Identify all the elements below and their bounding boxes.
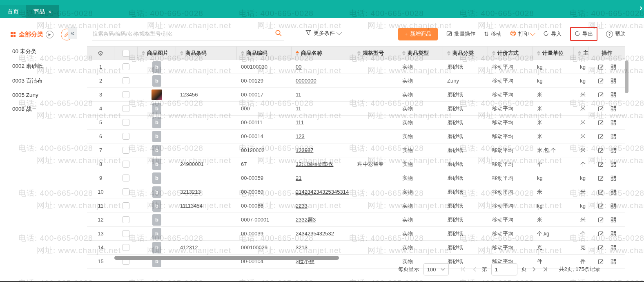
edit-row-icon[interactable] (598, 231, 604, 237)
tab-close-icon[interactable]: × (48, 9, 51, 15)
column-header-spec[interactable]: 规格型号 (353, 47, 398, 60)
edit-row-icon[interactable] (598, 78, 604, 84)
more-filters-button[interactable]: 更多条件 (305, 29, 341, 37)
expand-categories-icon[interactable]: ▶ (46, 31, 53, 38)
last-page-button[interactable] (541, 266, 549, 272)
column-header-main[interactable]: 主 (574, 47, 589, 60)
product-name-link[interactable]: 3213 (296, 244, 308, 251)
column-header-pricing[interactable]: 计价方式 (488, 47, 533, 60)
more-actions-grid-icon[interactable] (611, 259, 616, 264)
tab-商品[interactable]: 商品× (26, 5, 59, 18)
column-header-type[interactable]: 商品类型 (398, 47, 443, 60)
product-name-link[interactable]: 111 (296, 119, 304, 125)
more-actions-grid-icon[interactable] (611, 231, 616, 237)
help-button[interactable]: ? 帮助 (606, 30, 626, 38)
row-checkbox[interactable] (123, 216, 129, 223)
product-name-link[interactable]: 0000000 (296, 78, 316, 84)
product-name-link[interactable]: 21 (296, 175, 301, 181)
edit-row-icon[interactable] (598, 105, 604, 112)
edit-row-icon[interactable] (598, 161, 604, 167)
import-button[interactable]: 导入 (543, 30, 562, 38)
row-checkbox[interactable] (123, 133, 129, 140)
more-actions-grid-icon[interactable] (611, 203, 616, 209)
search-icon[interactable] (275, 29, 282, 38)
product-name-link[interactable]: 11 (296, 105, 301, 112)
sidebar-item-0008[interactable]: 0008 战三 (0, 102, 78, 116)
prev-page-button[interactable] (471, 266, 478, 272)
edit-row-icon[interactable] (598, 64, 604, 70)
column-header-barcode[interactable]: 商品条码 (176, 47, 237, 60)
row-checkbox[interactable] (123, 63, 129, 70)
cell-product-image: b (138, 241, 176, 254)
edit-row-icon[interactable] (598, 203, 604, 209)
row-checkbox[interactable] (123, 77, 129, 84)
row-checkbox[interactable] (123, 188, 129, 195)
more-actions-grid-icon[interactable] (611, 106, 616, 112)
sidebar-item-0005[interactable]: 0005 Zuny (0, 88, 78, 102)
more-actions-grid-icon[interactable] (611, 78, 616, 84)
page-number-input[interactable] (491, 263, 517, 275)
column-header-img[interactable]: 商品图片 (138, 47, 176, 60)
product-name-link[interactable]: 00 (296, 64, 301, 70)
tab-首页[interactable]: 首页 (0, 5, 26, 18)
column-header-category[interactable]: 商品分类 (443, 47, 488, 60)
column-header-code[interactable]: 商品编码 (237, 47, 292, 60)
product-name-link[interactable]: 214234234325345314 (296, 189, 349, 195)
edit-row-icon[interactable] (598, 92, 604, 98)
vertical-scrollbar[interactable] (625, 60, 628, 93)
product-name-link[interactable]: 2332额3 (296, 216, 316, 224)
export-button-highlighted[interactable]: 导出 (570, 27, 597, 41)
edit-row-icon[interactable] (598, 175, 604, 181)
row-checkbox[interactable] (123, 105, 129, 112)
more-actions-grid-icon[interactable] (611, 161, 616, 167)
row-checkbox[interactable] (123, 244, 129, 251)
more-actions-grid-icon[interactable] (611, 92, 616, 98)
per-page-select[interactable]: 100 (423, 263, 449, 275)
row-checkbox[interactable] (123, 119, 129, 126)
batch-actions-button[interactable]: 批量操作 (446, 30, 475, 38)
column-header-unit[interactable]: 计量单位 (533, 47, 574, 60)
column-settings-gear[interactable]: ⚙ (87, 47, 114, 60)
topbar-overflow-chevron-icon[interactable]: › (640, 3, 642, 12)
more-actions-grid-icon[interactable] (611, 148, 616, 153)
column-header-name[interactable]: 商品名称 (292, 47, 353, 60)
more-actions-grid-icon[interactable] (611, 189, 616, 195)
edit-row-icon[interactable] (598, 133, 604, 139)
product-name-link[interactable]: 12法国丽固垫盘 (296, 161, 333, 168)
first-page-button[interactable] (459, 266, 467, 272)
product-name-link[interactable]: 123 (296, 133, 305, 139)
edit-row-icon[interactable] (598, 244, 604, 251)
edit-row-icon[interactable] (598, 217, 604, 223)
row-checkbox[interactable] (123, 202, 129, 209)
edit-row-icon[interactable] (598, 119, 604, 125)
next-page-button[interactable] (531, 266, 537, 272)
select-all-checkbox[interactable] (123, 50, 129, 57)
row-checkbox[interactable] (123, 91, 129, 98)
more-actions-grid-icon[interactable] (611, 245, 616, 251)
sidebar-item-0003[interactable]: 0003 百洁布 (0, 74, 78, 88)
row-checkbox[interactable] (123, 147, 129, 154)
row-checkbox[interactable] (123, 230, 129, 237)
more-actions-grid-icon[interactable] (611, 134, 616, 139)
edit-row-icon[interactable] (598, 189, 604, 195)
sidebar-item-0002[interactable]: 0002 磨砂纸 (0, 59, 78, 74)
product-name-link[interactable]: 11 (296, 92, 301, 98)
more-actions-grid-icon[interactable] (611, 64, 616, 70)
row-checkbox[interactable] (123, 161, 129, 168)
horizontal-scrollbar[interactable] (114, 256, 339, 260)
product-photo[interactable] (152, 90, 162, 100)
search-input[interactable] (92, 28, 269, 39)
product-name-link[interactable]: 123987 (296, 147, 313, 153)
more-actions-grid-icon[interactable] (611, 120, 616, 125)
more-actions-grid-icon[interactable] (611, 217, 616, 223)
print-button[interactable]: 打印 (510, 30, 535, 38)
more-actions-grid-icon[interactable] (611, 175, 616, 181)
edit-row-icon[interactable] (598, 147, 604, 153)
row-checkbox[interactable] (123, 175, 129, 181)
sidebar-item-00[interactable]: 00 未分类 (0, 44, 78, 59)
product-name-link[interactable]: 2233 (296, 203, 308, 209)
move-button[interactable]: ⇅ 移动 (484, 30, 501, 38)
product-name-link[interactable]: 2434235432532 (296, 231, 334, 237)
collapse-sidebar-button[interactable]: « (68, 27, 77, 39)
add-product-button[interactable]: + 新增商品 (398, 28, 438, 40)
